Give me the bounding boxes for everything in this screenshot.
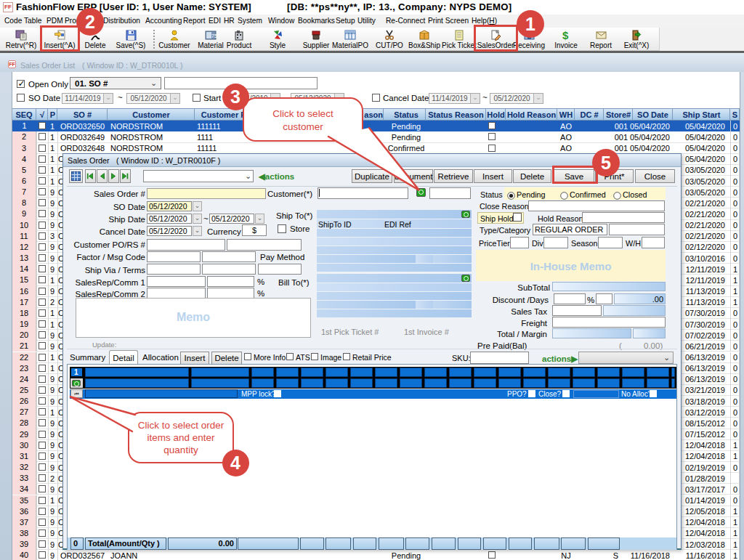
svg-text:$: $ bbox=[562, 29, 569, 41]
svg-text:75: 75 bbox=[211, 33, 217, 38]
